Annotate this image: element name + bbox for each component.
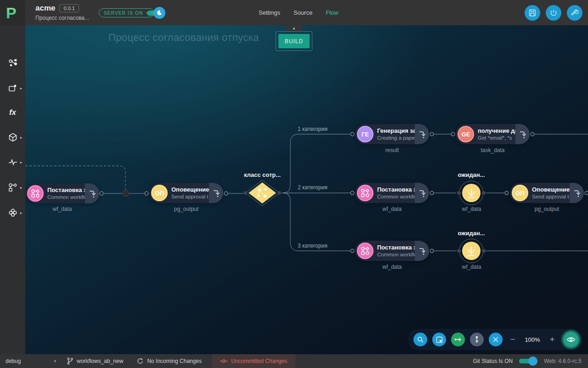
auto-layout-button[interactable] <box>451 333 465 346</box>
node-title: получение данны <box>478 127 515 135</box>
incoming-changes-item[interactable]: No Incoming Changes <box>137 358 202 364</box>
zoom-level: 100% <box>523 336 542 343</box>
eye-icon <box>566 336 576 343</box>
git-branch-icon <box>67 357 73 365</box>
fit-view-button[interactable] <box>432 333 446 346</box>
save-button[interactable] <box>525 5 540 21</box>
node-title: Постановка зада <box>47 187 85 194</box>
node-title: Генерация заявл <box>377 127 415 135</box>
node-initials-icon: GE <box>458 126 474 142</box>
node-task-1[interactable]: Постановка зада Common workflow <box>25 183 99 204</box>
wait-node-1[interactable] <box>456 177 487 209</box>
app-header: P acme 0.0.1 Процесс согласова... SERVER… <box>0 0 588 25</box>
tab-source[interactable]: Source <box>294 9 312 16</box>
node-title: Постановка зада <box>377 244 415 251</box>
sidebar-item-connections[interactable] <box>0 54 25 72</box>
workflow-shapes-icon <box>357 185 373 201</box>
pin-icon <box>474 336 480 343</box>
sidebar-item-workflows[interactable]: ▸ <box>0 178 25 197</box>
refresh-icon <box>137 358 143 364</box>
power-icon <box>549 9 558 17</box>
tab-settings[interactable]: Settings <box>259 9 280 16</box>
wait-node-2[interactable] <box>456 235 487 266</box>
cross-arrows-icon <box>492 336 499 343</box>
node-variable-label: pg_output <box>149 206 223 212</box>
workflow-shapes-icon <box>27 185 44 202</box>
uncommitted-changes-label: Uncommitted Changes <box>231 358 287 364</box>
build-panel-collapse-tab[interactable]: ▲ <box>286 25 302 31</box>
wrench-icon <box>571 9 579 17</box>
server-status-badge[interactable]: SERVER IS ON ● <box>99 8 154 17</box>
node-task-2[interactable]: Постановка зада Common workflow <box>355 183 429 203</box>
node-initials-icon: ГЕ <box>357 126 373 142</box>
canvas-toolbar: − 100% + <box>408 329 582 350</box>
sidebar-item-blocks[interactable]: ▸ <box>0 128 25 147</box>
node-variable-label: wf_data <box>25 206 99 212</box>
node-notify-2[interactable]: ОП Оповещение Send approval t <box>510 183 584 203</box>
zoom-in-button[interactable]: + <box>547 334 557 345</box>
web-version: Web: 4.6.0-rc.5 <box>544 358 582 364</box>
condition-node[interactable] <box>243 178 282 208</box>
node-initials-icon: ОП <box>512 185 528 201</box>
workflow-shapes-icon <box>7 182 18 193</box>
node-variable-label: wf_data <box>355 206 429 212</box>
uncommitted-changes-item[interactable]: Uncommitted Changes <box>212 354 295 368</box>
chevron-right-icon: ▸ <box>20 86 22 91</box>
search-nodes-button[interactable] <box>413 333 427 346</box>
status-bar: debug ▾ workflows_ab_new No Incoming Cha… <box>0 354 588 368</box>
node-subtitle: Common workflow <box>377 193 415 200</box>
power-button[interactable] <box>546 5 561 21</box>
build-button[interactable]: BUILD <box>278 34 310 48</box>
theme-toggle[interactable] <box>147 6 166 19</box>
node-subtitle: Creating a pape <box>377 135 415 141</box>
pin-button[interactable] <box>470 333 484 346</box>
node-variable-label: pg_output <box>510 206 584 212</box>
network-icon <box>7 57 18 68</box>
branch-label-2: 2 категория <box>298 184 328 191</box>
triangle-up-icon: ▲ <box>292 26 296 30</box>
git-commit-icon <box>220 358 227 364</box>
version-badge: 0.0.1 <box>59 4 79 12</box>
condition-label: класс сотр... <box>235 171 290 178</box>
arrow-right-icon <box>454 337 462 342</box>
collapse-button[interactable] <box>489 333 503 346</box>
node-subtitle: Common workflow <box>47 194 85 200</box>
sidebar-item-activity[interactable]: ▸ <box>0 153 25 171</box>
clover-icon <box>7 207 18 218</box>
node-subtitle: Send approval t <box>171 193 209 200</box>
sidebar-item-plugins[interactable]: ▸ <box>0 204 25 222</box>
layout-icon <box>436 336 443 343</box>
node-notify-1[interactable]: ОП Оповещение Send approval t <box>149 183 223 203</box>
header-subtitle: Процесс согласова... <box>35 15 89 21</box>
flow-title: Процесс согласования отпуска <box>108 32 259 44</box>
app-logo[interactable]: P <box>0 0 25 25</box>
node-variable-label: wf_data <box>435 264 509 270</box>
git-status-toggle[interactable] <box>519 357 537 366</box>
node-task-3[interactable]: Постановка зада Common workflow <box>355 241 429 261</box>
node-variable-label: result <box>355 147 429 153</box>
node-get-data[interactable]: GE получение данны Get *email*, *s <box>456 124 530 144</box>
build-panel: BUILD <box>276 31 312 51</box>
tools-button[interactable] <box>567 5 582 21</box>
git-branch-name: workflows_ab_new <box>77 358 123 364</box>
app-name: acme <box>35 4 55 13</box>
git-branch-item[interactable]: workflows_ab_new <box>67 357 123 365</box>
sidebar-item-pages[interactable]: ▸ <box>0 79 25 97</box>
header-tabs: Settings Source Flow <box>259 0 339 25</box>
environment-value: debug <box>6 358 21 364</box>
cube-icon <box>7 132 18 143</box>
environment-select[interactable]: debug ▾ <box>6 358 56 364</box>
brand-block: acme 0.0.1 Процесс согласова... <box>35 4 89 21</box>
zoom-out-button[interactable]: − <box>508 334 518 345</box>
incoming-changes-label: No Incoming Changes <box>147 358 202 364</box>
chevron-right-icon: ▸ <box>20 211 22 215</box>
preview-button[interactable] <box>562 331 580 348</box>
workflow-shapes-icon <box>357 243 373 259</box>
tab-flow[interactable]: Flow <box>326 9 338 16</box>
node-title: Постановка зада <box>377 186 415 193</box>
left-sidebar: ▸ fx ▸ ▸ ▸ ▸ <box>0 25 25 354</box>
node-subtitle: Common workflow <box>377 251 415 258</box>
app-window: Процесс согласования отпуска <box>0 0 588 368</box>
sidebar-item-functions[interactable]: fx <box>0 103 25 122</box>
node-generate[interactable]: ГЕ Генерация заявл Creating a pape <box>355 124 429 144</box>
